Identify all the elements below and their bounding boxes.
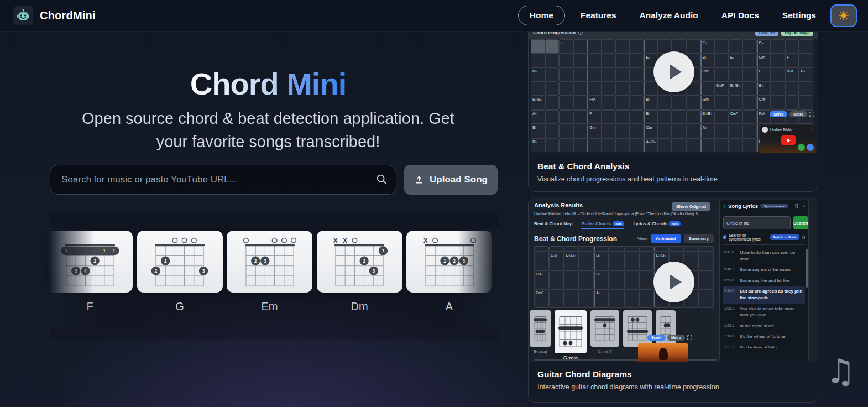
tab-beat-chord-map[interactable]: Beat & Chord Map (534, 221, 572, 226)
beat-cell (545, 138, 560, 153)
lyric-line[interactable]: 1:16.0 It's the wheel of fortune (723, 331, 805, 342)
beat-cell (658, 138, 672, 153)
lyric-line[interactable]: 0:53.0 Some say live and let live (723, 275, 805, 286)
beat-cell (602, 67, 616, 82)
view-summary-button[interactable]: Summary (684, 234, 714, 243)
lyrics-search-input[interactable] (723, 216, 791, 229)
youtube-mini-player[interactable]: Lindiwe Mkhiz... ⋮ (760, 125, 816, 153)
lyric-line[interactable]: 1:21.1 It's the leap of faith (723, 342, 805, 348)
beat-cell (579, 252, 594, 270)
beat-cell (564, 246, 579, 252)
beat-cell: E♭/F (549, 252, 564, 270)
beat-cell (559, 138, 573, 153)
beat-cell (630, 138, 644, 153)
beat-cell: F/A (757, 110, 771, 124)
blue-action-button[interactable] (807, 144, 814, 151)
lyric-line[interactable]: 1:09.1 In the circle of life (723, 321, 805, 332)
chord-thumb-c-min7[interactable]: C:min7 (590, 310, 619, 354)
scroll-badge[interactable]: Scroll (770, 111, 787, 117)
chord-thumb[interactable] (623, 310, 652, 347)
beat-cell (699, 252, 714, 270)
beat-cell (559, 124, 573, 138)
beat-cell (714, 54, 729, 68)
chord-thumb-b-maj[interactable]: B♭:maj (530, 310, 551, 354)
horizontal-scrollbar[interactable] (534, 359, 717, 361)
beat-cell (587, 54, 602, 68)
chord-thumb-g-min[interactable]: G:min (555, 310, 587, 362)
svg-text:2: 2 (93, 258, 96, 263)
lyric-text: Some say live and let live (740, 278, 789, 284)
chord-card-partial (496, 231, 502, 293)
beat-cell (564, 270, 579, 289)
beat-cell (742, 138, 757, 153)
metronome-badge[interactable]: Metro (789, 111, 807, 117)
beat-cell (615, 110, 630, 124)
menu-dots-icon[interactable]: ⋮ (810, 128, 814, 132)
svg-text:1: 1 (443, 258, 446, 263)
beat-cell (686, 124, 700, 138)
beat-cell (630, 54, 644, 68)
beat-cell (729, 96, 743, 110)
tab-lyrics-chords[interactable]: Lyrics & Chordsbeta (633, 221, 681, 226)
robot-icon (16, 8, 30, 23)
nav-item-api-docs[interactable]: API Docs (714, 6, 767, 25)
show-original-button[interactable]: Show Original (672, 202, 710, 211)
beat-cell (564, 289, 579, 308)
beat-cell (573, 82, 588, 96)
lyrics-scrollbar[interactable] (806, 249, 808, 288)
view-animated-button[interactable]: Animated (651, 234, 681, 243)
lyric-line[interactable]: 1:05.1 You should never take more than y… (723, 304, 805, 321)
synchronized-checkbox[interactable]: ✓ (723, 235, 726, 239)
beat-cell (559, 96, 573, 110)
upload-song-button[interactable]: Upload Song (404, 165, 498, 195)
chord-label: Em (262, 300, 278, 313)
beat-cell (771, 54, 785, 68)
fullscreen-icon[interactable] (687, 335, 692, 340)
feature-card-beat-chord: Chord Progression i Time: 4/4 Key: B♭ Ma… (528, 25, 818, 192)
close-icon[interactable]: × (802, 204, 805, 208)
play-button[interactable] (653, 262, 694, 302)
fullscreen-icon[interactable] (809, 112, 814, 117)
tab-guitar-chords[interactable]: Guitar Chordsbeta (581, 221, 624, 226)
nav-item-settings[interactable]: Settings (775, 6, 824, 25)
nav-item-home[interactable]: Home (518, 6, 565, 25)
green-action-button[interactable] (798, 144, 805, 151)
chord-label: F (86, 300, 93, 313)
video-preview-beat-chord[interactable]: Chord Progression i Time: 4/4 Key: B♭ Ma… (529, 26, 818, 154)
lyric-line[interactable]: 0:48.1 Some say eat or be eaten (723, 264, 805, 275)
beat-cell (771, 67, 785, 82)
search-input-wrapper (50, 165, 396, 195)
theme-toggle-button[interactable] (830, 4, 857, 27)
play-button[interactable] (653, 51, 694, 92)
video-preview-guitar-chords[interactable]: Analysis Results Show Original Lindiwe M… (529, 197, 818, 362)
nav-item-features[interactable]: Features (573, 6, 624, 25)
svg-text:2: 2 (155, 268, 158, 273)
svg-text:1: 1 (103, 248, 106, 253)
edit-icon[interactable]: ✎ (696, 212, 699, 216)
search-icon[interactable] (375, 173, 388, 185)
trash-icon[interactable] (794, 204, 799, 208)
youtube-play-button[interactable] (781, 135, 796, 145)
beat-cell (630, 124, 644, 138)
lyric-line[interactable]: 0:41.0 More to do than can ever be done (723, 247, 805, 264)
beat-cell (785, 96, 799, 110)
beat-cell (573, 39, 588, 54)
switch-to-static-button[interactable]: Switch to Static (770, 234, 799, 240)
beat-cell (700, 82, 715, 96)
scroll-badge[interactable]: Scroll (647, 335, 665, 341)
beat-cell (609, 252, 624, 270)
chord-thumb[interactable] (656, 310, 676, 347)
beat-cell: E♭/B♭ (700, 110, 715, 124)
chord-card: 123 (137, 231, 223, 293)
beat-cell (579, 246, 594, 252)
beat-cell (602, 82, 616, 96)
lyric-line[interactable]: 0:59.0 But all are agreed as they join t… (723, 286, 805, 303)
lyrics-search-button[interactable]: Search (793, 216, 808, 229)
search-input[interactable] (50, 165, 396, 195)
info-icon: i (802, 236, 805, 239)
svg-text:4: 4 (83, 268, 86, 273)
nav-item-analyze-audio[interactable]: Analyze Audio (632, 6, 706, 25)
metronome-badge[interactable]: Metro (667, 335, 685, 341)
chord-card: X123 (406, 231, 492, 293)
brand[interactable]: ChordMini (13, 6, 96, 25)
